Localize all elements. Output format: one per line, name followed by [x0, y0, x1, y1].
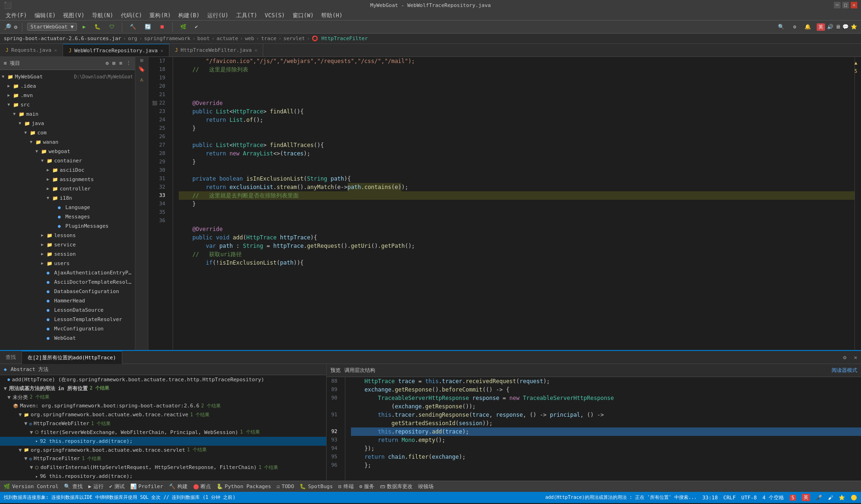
tree-item-i18n[interactable]: ▼ 📁 i18n: [0, 193, 135, 203]
notification-strip-icon[interactable]: ⚠: [140, 76, 143, 83]
menu-window[interactable]: 窗口(W): [289, 10, 318, 21]
status-encoding[interactable]: UTF-8: [742, 495, 757, 501]
tree-item-mywebgoat[interactable]: ▼ 📁 MyWebGoat D:\Download\MyWebGoat: [0, 72, 135, 81]
git-icon[interactable]: 🌿: [177, 23, 189, 31]
commit-icon[interactable]: ✔: [192, 23, 201, 31]
code-content[interactable]: "/favicon.ico","/js/","/webjars","/reque…: [173, 57, 854, 350]
tree-item-webgoat[interactable]: ▼ 📁 webgoat: [0, 147, 135, 156]
tree-item-lessons[interactable]: ▶ 📁 lessons: [0, 231, 135, 240]
search-everywhere-icon[interactable]: 🔍: [775, 23, 787, 31]
tree-item-hammerhead[interactable]: ● HammerHead: [0, 296, 135, 305]
status-indent[interactable]: 4 个空格: [763, 494, 784, 501]
status-crlf[interactable]: CRLF: [723, 495, 736, 501]
toolbar-build[interactable]: 🔨 构建: [169, 483, 188, 490]
audio-icon[interactable]: 🔊: [827, 24, 833, 30]
right-code-content[interactable]: 88 89 90 91 92 93 94 95 96: [327, 377, 861, 481]
menu-run[interactable]: 运行(U): [203, 10, 232, 21]
tree-item-dbconfig[interactable]: ● DatabaseConfiguration: [0, 287, 135, 296]
toolbar-spotbugs[interactable]: 🐛 SpotBugs: [300, 483, 333, 490]
dofilter-header[interactable]: ▼ ⬡ doFilterInternal(HttpServletRequest,…: [0, 463, 326, 472]
status-mic-icon[interactable]: 🎤: [816, 495, 822, 501]
toolbar-settings-icon[interactable]: ⚙: [14, 24, 17, 30]
menu-build[interactable]: 构建(B): [175, 10, 203, 21]
coverage-button[interactable]: 🛡: [106, 23, 117, 31]
tree-item-messages[interactable]: ● Messages: [0, 212, 135, 221]
tree-item-language[interactable]: ● Language: [0, 203, 135, 212]
breadcrumb-org[interactable]: org: [128, 35, 137, 42]
status-paint-icon[interactable]: 🖌: [828, 495, 833, 501]
breadcrumb-trace[interactable]: trace: [261, 35, 276, 42]
toolbar-version-control[interactable]: 🌿 Version Control: [4, 483, 58, 490]
breadcrumb-class[interactable]: ⭕ HttpTraceFilter: [312, 35, 368, 42]
tree-item-asciidoc[interactable]: ▶ 📁 asciiDoc: [0, 165, 135, 175]
breadcrumb-actuate[interactable]: actuate: [217, 35, 238, 42]
bottom-panel-close-icon[interactable]: ✕: [850, 354, 861, 361]
minimize-button[interactable]: ─: [834, 2, 840, 8]
menu-tools[interactable]: 工具(T): [232, 10, 261, 21]
tab-requests[interactable]: J Requests.java ✕: [0, 44, 63, 57]
bottom-tab-usages[interactable]: 在[2]显所有位置的add(HttpTrace): [22, 351, 122, 364]
tree-item-users[interactable]: ▶ 📁 users: [0, 259, 135, 268]
code-container[interactable]: 17 18 19 20 21 ⬛ 22 23 24 25 26 27 28 29: [148, 57, 861, 350]
toolbar-find[interactable]: 🔍 查找: [64, 483, 83, 490]
structure-icon[interactable]: ⊞: [139, 59, 145, 62]
result-line-96[interactable]: ▸ 96 this.repository.add(trace);: [0, 472, 326, 481]
status-extra-icon[interactable]: 🟡: [851, 495, 857, 501]
status-star-icon[interactable]: ⭐: [839, 495, 845, 501]
reader-mode-label[interactable]: 阅读器模式: [832, 367, 857, 374]
tree-item-asciidoctor[interactable]: ● AsciiDoctorTemplateResolv...: [0, 277, 135, 287]
toolbar-misc[interactable]: 竣顿场: [418, 483, 434, 490]
find-method-item[interactable]: ● add(HttpTrace) (在org.springframework.b…: [0, 375, 326, 384]
breadcrumb-jar[interactable]: spring-boot-actuator-2.6.6-sources.jar: [4, 35, 121, 42]
menu-view[interactable]: 视图(V): [59, 10, 88, 21]
sidebar-gear-icon[interactable]: ⚙: [105, 60, 109, 66]
chat-icon[interactable]: 💬: [842, 24, 849, 30]
right-code-lines[interactable]: HttpTrace trace = this . tracer . receiv…: [345, 377, 861, 481]
title-bar-controls[interactable]: ─ □ ✕: [834, 2, 857, 8]
tree-item-webgoat-class[interactable]: ● WebGoat: [0, 333, 135, 343]
toolbar-run[interactable]: ▶ 运行: [88, 483, 104, 490]
menu-navigate[interactable]: 导航(N): [88, 10, 117, 21]
menu-vcs[interactable]: VCS(S): [261, 10, 288, 21]
menu-edit[interactable]: 编辑(E): [31, 10, 60, 21]
tab-httptracewebfilter-close[interactable]: ✕: [254, 48, 257, 53]
usage-section-header[interactable]: ▼ 用法或基方法的用法 in 所有位置 2 个结果: [0, 384, 326, 393]
reactive-header[interactable]: ▼ 📁 org.springframework.boot.actuate.web…: [0, 410, 326, 419]
screen-icon[interactable]: 🖥: [835, 24, 840, 30]
maximize-button[interactable]: □: [842, 2, 849, 8]
build-icon[interactable]: 🔨: [127, 23, 139, 31]
breadcrumb-web[interactable]: web: [245, 35, 254, 42]
toolbar-profiler[interactable]: 📊 Profiler: [130, 483, 163, 490]
settings-icon[interactable]: ⚙: [790, 23, 799, 31]
bookmark-icon[interactable]: 🔖: [138, 66, 145, 72]
tree-item-idea[interactable]: ▶ 📁 .idea: [0, 81, 135, 91]
menu-help[interactable]: 帮助(H): [317, 10, 346, 21]
tab-webwolf-close[interactable]: ✕: [161, 48, 163, 53]
close-button[interactable]: ✕: [851, 2, 857, 8]
tree-item-src[interactable]: ▼ 📁 src: [0, 100, 135, 109]
tree-item-lessondatasource[interactable]: ● LessonDataSource: [0, 305, 135, 315]
httptracefilter-header[interactable]: ▼ ◎ HttpTraceFilter 1 个结果: [0, 454, 326, 463]
httptraceweb-header[interactable]: ▼ ◎ HttpTraceWebFilter 1 个结果: [0, 419, 326, 428]
tab-httptracewebfilter[interactable]: J HttpTraceWebFilter.java ✕: [169, 44, 263, 57]
tree-item-ajaxauth[interactable]: ● AjaxAuthenticationEntryPoin...: [0, 268, 135, 277]
maven-header[interactable]: 📦 Maven: org.springframework.boot:spring…: [0, 401, 326, 410]
tree-item-mvcconfig[interactable]: ● MvcConfiguration: [0, 324, 135, 333]
tree-item-wanan[interactable]: ▼ 📁 wanan: [0, 137, 135, 147]
tree-item-java[interactable]: ▼ 📁 java: [0, 119, 135, 128]
toolbar-breakpoints[interactable]: ⬤ 断点: [193, 483, 211, 490]
tab-webwolf[interactable]: J WebWolfTraceRepository.java ✕: [63, 44, 169, 57]
extra-icon[interactable]: ⭐: [851, 24, 857, 30]
unclassified-header[interactable]: ▼ 未分类 2 个结果: [0, 393, 326, 402]
status-line-col[interactable]: 33:18: [702, 495, 718, 501]
menu-file[interactable]: 文件(F): [2, 10, 31, 21]
stop-icon[interactable]: ⏹: [157, 23, 168, 31]
toolbar-python[interactable]: 🐍 Python Packages: [217, 483, 271, 490]
toolbar-search-icon[interactable]: 🔎: [4, 23, 11, 30]
sidebar-settings-icon[interactable]: ⋮: [126, 60, 131, 66]
menu-code[interactable]: 代码(C): [117, 10, 146, 21]
tree-item-controller[interactable]: ▶ 📁 controller: [0, 184, 135, 193]
tree-item-mvn[interactable]: ▶ 📁 .mvn: [0, 91, 135, 100]
bottom-panel-settings-icon[interactable]: ⚙: [840, 354, 850, 361]
toolbar-services[interactable]: ⚙ 服务: [359, 483, 375, 490]
